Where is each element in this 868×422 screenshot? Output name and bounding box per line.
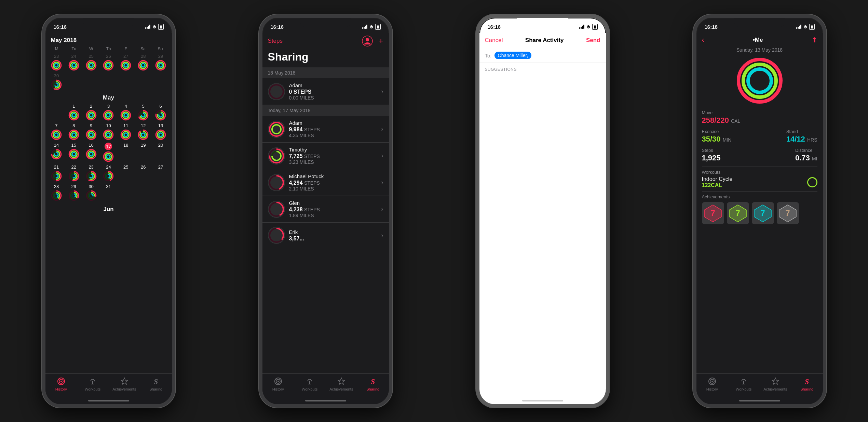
cal-may-18: 18 xyxy=(118,142,134,163)
achievement-badge-4[interactable]: 7 xyxy=(777,202,799,224)
cal-day-27[interactable]: 27 xyxy=(118,53,134,72)
phone2-status-icons: ⊜ ▮ xyxy=(362,24,381,30)
phone1-status-icons: ⊜ ▮ xyxy=(145,24,164,30)
cal-may-22[interactable]: 22 xyxy=(65,163,82,183)
svg-text:7: 7 xyxy=(735,209,740,218)
tab2-workouts[interactable]: Workouts xyxy=(294,377,326,391)
history-icon-2 xyxy=(273,377,283,386)
cal-may-31: 31 xyxy=(100,183,117,202)
back-button[interactable]: ‹ xyxy=(702,36,704,44)
signal-icon xyxy=(145,25,150,29)
cal-may-13[interactable]: 13 xyxy=(152,122,169,142)
cal-may-14[interactable]: 14 xyxy=(48,142,65,163)
chevron-icon-timothy: › xyxy=(381,152,383,159)
avatar-michael xyxy=(268,174,285,191)
sharing-info-michael: Michael Potuck 4,294 STEPS 2.10 MILES xyxy=(289,173,377,192)
sharing-info-timothy: Timothy 7,725 STEPS 3.23 MILES xyxy=(289,147,377,165)
sharing-item-glen[interactable]: Glen 4,238 STEPS 1.89 MILES › xyxy=(262,196,389,223)
calendar-may-row2: 7 8 xyxy=(45,122,172,142)
steps-back-button[interactable]: Steps xyxy=(268,38,283,44)
svg-point-218 xyxy=(268,227,285,243)
suggestions-area xyxy=(479,74,606,279)
tab-achievements[interactable]: Achievements xyxy=(109,377,140,391)
cal-may-26: 26 xyxy=(135,163,152,183)
steps-value: 1,925 xyxy=(702,154,721,162)
cal-may-10[interactable]: 10 xyxy=(100,122,117,142)
sharing-item-michael[interactable]: Michael Potuck 4,294 STEPS 2.10 MILES › xyxy=(262,169,389,196)
cal-day-30-prev[interactable]: 30 xyxy=(48,72,65,92)
wifi-icon-3: ⊜ xyxy=(586,24,590,29)
cal-day-29[interactable]: 29 xyxy=(152,53,169,72)
send-button[interactable]: Send xyxy=(586,37,600,44)
svg-marker-248 xyxy=(772,378,779,384)
tab2-achievements[interactable]: Achievements xyxy=(326,377,357,391)
cal-may-12[interactable]: 12 xyxy=(135,122,152,142)
cal-may-4[interactable]: 4 xyxy=(118,103,134,122)
cal-may-11[interactable]: 11 xyxy=(118,122,134,142)
cancel-button[interactable]: Cancel xyxy=(485,37,503,44)
tab-workouts[interactable]: Workouts xyxy=(77,377,109,391)
tab2-sharing[interactable]: S Sharing xyxy=(357,377,389,391)
achievement-badge-2[interactable]: 7 xyxy=(727,202,749,224)
home-indicator-3 xyxy=(522,400,563,401)
sharing-item-timothy[interactable]: Timothy 7,725 STEPS 3.23 MILES › xyxy=(262,143,389,169)
cal-may-24[interactable]: 24 xyxy=(100,163,117,183)
cal-may-15[interactable]: 15 xyxy=(65,142,82,163)
cal-may-3[interactable]: 3 xyxy=(100,103,117,122)
cal-may-30[interactable]: 30 xyxy=(83,183,99,202)
cal-may-9[interactable]: 9 xyxy=(83,122,99,142)
svg-point-101 xyxy=(90,133,93,136)
phone3: 16:16 ⊜ ▮ Cancel Share Activity Send xyxy=(476,14,609,408)
move-value: 258/220 CAL xyxy=(702,116,817,125)
cal-may-29[interactable]: 29 xyxy=(65,183,82,202)
phone2-notch xyxy=(300,18,351,27)
sharing-item-adam-old[interactable]: Adam 0 STEPS 0.00 MILES › xyxy=(262,78,389,105)
achievement-badge-3[interactable]: 7 xyxy=(752,202,774,224)
cal-may-5[interactable]: 5 xyxy=(135,103,152,122)
profile-icon[interactable] xyxy=(362,36,373,47)
avatar-adam-old xyxy=(268,83,285,100)
cal-may-21[interactable]: 21 xyxy=(48,163,65,183)
suggestions-label: SUGGESTIONS xyxy=(479,63,606,74)
sharing-item-erik[interactable]: Erik 3,57... › xyxy=(262,223,389,248)
cal-may-17-today[interactable]: 17 xyxy=(100,142,117,163)
wifi-icon-2: ⊜ xyxy=(369,24,373,29)
distance-label: Distance xyxy=(795,148,817,153)
share-icon[interactable]: ⬆ xyxy=(812,36,817,44)
sharing-item-adam[interactable]: Adam 9,984 STEPS 4.35 MILES › xyxy=(262,116,389,143)
cal-may-7[interactable]: 7 xyxy=(48,122,65,142)
tab-sharing[interactable]: S Sharing xyxy=(140,377,172,391)
chevron-icon-glen: › xyxy=(381,206,383,213)
tab4-history[interactable]: History xyxy=(696,377,728,391)
divider-1 xyxy=(702,167,817,167)
cal-may-2[interactable]: 2 xyxy=(83,103,99,122)
me-title: •Me xyxy=(753,37,763,43)
sharing-section-today: Today, 17 May 2018 xyxy=(262,105,389,116)
cal-may-1[interactable]: 1 xyxy=(65,103,82,122)
me-stats: Move 258/220 CAL Exercise 35/30 MIN xyxy=(696,110,823,162)
recipient-chip[interactable]: Chance Miller, xyxy=(494,52,532,59)
tab4-workouts[interactable]: Workouts xyxy=(728,377,760,391)
cal-may-28[interactable]: 28 xyxy=(48,183,65,202)
achievement-badge-1[interactable]: 7 xyxy=(702,202,724,224)
cal-day-24[interactable]: 24 xyxy=(65,53,82,72)
cal-day-26[interactable]: 26 xyxy=(100,53,117,72)
sharing-section-18may: 18 May 2018 xyxy=(262,67,389,78)
cal-may-6[interactable]: 6 xyxy=(152,103,169,122)
cal-may-23[interactable]: 23 xyxy=(83,163,99,183)
cal-day-23[interactable]: 23 xyxy=(48,53,65,72)
tab2-history[interactable]: History xyxy=(262,377,294,391)
tab2-history-label: History xyxy=(272,387,284,391)
tab4-sharing[interactable]: S Sharing xyxy=(791,377,823,391)
cal-may-16[interactable]: 16 xyxy=(83,142,99,163)
cal-day-28[interactable]: 28 xyxy=(135,53,152,72)
home-indicator-4 xyxy=(739,400,780,401)
add-icon[interactable]: + xyxy=(378,36,383,46)
tab-history[interactable]: History xyxy=(45,377,77,391)
cal-day-25[interactable]: 25 xyxy=(83,53,99,72)
home-indicator xyxy=(88,400,129,401)
svg-point-53 xyxy=(72,114,76,117)
cal-may-8[interactable]: 8 xyxy=(65,122,82,142)
tab4-achievements[interactable]: Achievements xyxy=(760,377,791,391)
svg-point-223 xyxy=(277,381,279,382)
